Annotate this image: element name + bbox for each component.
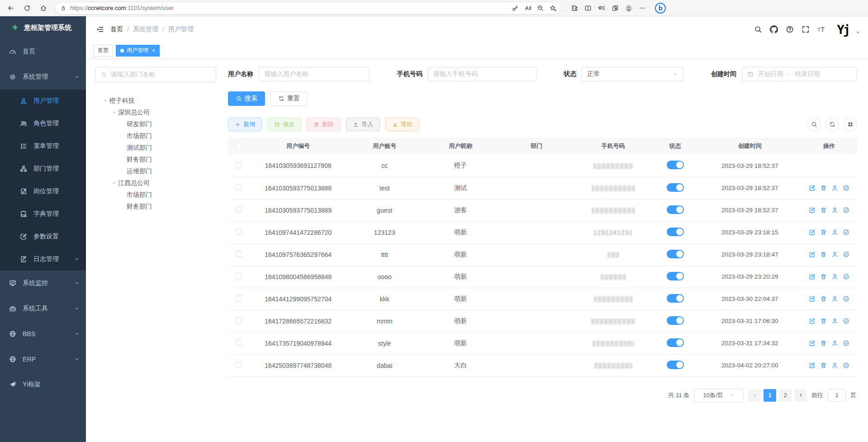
browser-extension-icon[interactable] [584,4,592,12]
sidebar-menu-item[interactable]: 字典管理 [0,203,86,225]
assign-role-icon[interactable] [843,185,849,191]
delete-icon[interactable] [820,362,827,369]
search-button[interactable]: 搜索 [228,91,265,106]
edit-icon[interactable] [809,273,816,280]
status-toggle[interactable] [667,228,684,236]
tree-node[interactable]: 市场部门 [95,130,216,142]
username-input[interactable]: 请输入用户名称 [259,67,370,81]
tree-node[interactable]: 研发部门 [95,119,216,130]
table-option-button[interactable] [844,118,857,131]
goto-page-input[interactable]: 1 [828,389,846,402]
sidebar-menu-item[interactable]: 系统管理 [0,64,86,90]
status-toggle[interactable] [667,294,684,303]
status-toggle[interactable] [667,338,684,347]
row-checkbox[interactable] [236,228,242,235]
tree-node[interactable]: 财务部门 [95,201,216,213]
assign-role-icon[interactable] [843,273,849,280]
row-checkbox[interactable] [236,317,242,323]
sidebar-menu-item[interactable]: 部门管理 [0,157,86,180]
delete-icon[interactable] [820,295,827,302]
prev-page-button[interactable] [748,389,761,402]
status-toggle[interactable] [667,183,684,192]
next-page-button[interactable] [794,389,807,402]
tree-node[interactable]: 测试部门 [95,142,216,154]
toolbar-button[interactable]: 导出 [385,118,419,131]
row-checkbox[interactable] [236,273,242,279]
delete-icon[interactable] [820,207,827,214]
row-checkbox[interactable] [236,206,242,213]
sidebar-menu-item[interactable]: 首页 [0,39,86,64]
reset-password-icon[interactable] [831,207,838,214]
address-bar-action-icon[interactable] [537,4,544,12]
navbar-action-icon[interactable] [786,25,794,33]
navbar-action-icon[interactable] [817,25,825,33]
department-search-input[interactable]: 请输入部门名称 [95,67,216,82]
tag-view-item[interactable]: 用户管理 × [116,45,160,57]
browser-extension-icon[interactable] [598,4,605,12]
toolbar-button[interactable]: 删除 [307,118,341,131]
navbar-action-icon[interactable] [802,25,810,33]
tree-node[interactable]: 财务部门 [95,154,216,166]
reset-password-icon[interactable] [831,318,838,324]
user-avatar-logo[interactable]: Yj [837,24,849,36]
phone-input[interactable]: 请输入手机号码 [428,67,536,81]
bing-chat-icon[interactable]: b [655,3,666,14]
status-toggle[interactable] [667,205,684,214]
date-range-picker[interactable]: 开始日期 - 结束日期 [742,67,857,81]
tree-node[interactable]: 市场部门 [95,189,216,201]
reset-password-icon[interactable] [831,295,838,302]
sidebar-menu-item[interactable]: 岗位管理 [0,180,86,203]
tree-node[interactable]: 橙子科技 [95,95,216,107]
reset-password-icon[interactable] [831,185,838,191]
sidebar-menu-item[interactable]: 菜单管理 [0,135,86,157]
sidebar-menu-item[interactable]: ERP [0,347,86,372]
toolbar-button[interactable]: 导入 [346,118,380,131]
edit-icon[interactable] [809,207,816,214]
sidebar-menu-item[interactable]: 系统工具 [0,296,86,321]
reset-password-icon[interactable] [831,251,838,258]
row-checkbox[interactable] [236,295,242,301]
sidebar-menu-item[interactable]: 参数设置 [0,225,86,248]
tree-node[interactable]: 运维部门 [95,166,216,177]
edit-icon[interactable] [809,185,816,191]
assign-role-icon[interactable] [843,295,849,302]
reset-password-icon[interactable] [831,273,838,280]
tag-view-item[interactable]: 首页 × [93,45,113,57]
row-checkbox[interactable] [236,361,242,368]
navbar-action-icon[interactable] [754,25,762,33]
tree-node[interactable]: 江西总公司 [95,177,216,189]
edit-icon[interactable] [809,229,816,236]
browser-extension-icon[interactable] [612,4,619,12]
assign-role-icon[interactable] [843,318,849,324]
address-bar-action-icon[interactable] [550,4,557,12]
url-text[interactable]: https://ccnetcore.com:1101/system/user [70,5,508,11]
row-checkbox[interactable] [236,251,242,257]
browser-nav-button[interactable] [5,2,17,14]
table-option-button[interactable] [825,118,839,131]
sidebar-menu-item[interactable]: 日志管理 [0,248,86,271]
browser-nav-button[interactable] [37,2,50,14]
tag-close-icon[interactable]: × [152,48,155,54]
profile-avatar-icon[interactable] [625,5,632,12]
toolbar-button[interactable]: 新增 [228,118,262,131]
status-select[interactable]: 正常 [582,67,683,81]
navbar-action-icon[interactable] [770,25,778,33]
delete-icon[interactable] [820,185,827,191]
delete-icon[interactable] [820,273,827,280]
browser-nav-button[interactable] [21,2,33,14]
reset-password-icon[interactable] [831,229,838,236]
page-size-select[interactable]: 10条/页 [694,389,744,402]
row-checkbox[interactable] [236,184,242,190]
toolbar-button[interactable]: 修改 [267,118,301,131]
page-number-button[interactable]: 1 [764,389,776,402]
tree-node[interactable]: 深圳总公司 [95,107,216,119]
row-checkbox[interactable] [236,162,242,168]
status-toggle[interactable] [667,361,684,369]
delete-icon[interactable] [820,229,827,236]
reset-button[interactable]: 重置 [270,91,308,106]
sidebar-menu-item[interactable]: 角色管理 [0,112,86,135]
avatar-caret-icon[interactable]: ▾ [857,30,859,35]
edit-icon[interactable] [809,362,816,369]
edit-icon[interactable] [809,295,816,302]
edit-icon[interactable] [809,318,816,324]
